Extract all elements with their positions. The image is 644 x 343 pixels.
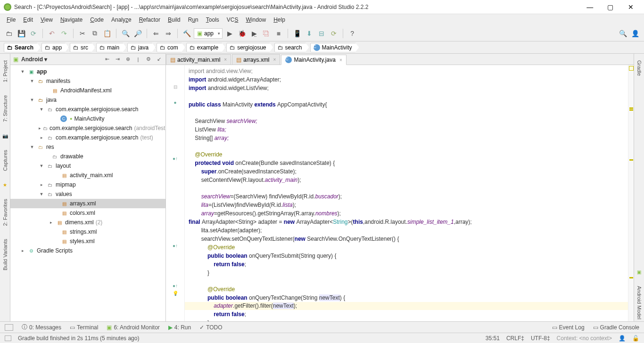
tab-favorites[interactable]: 2: Favorites [1, 197, 9, 228]
debug-icon[interactable]: 🐞 [237, 28, 247, 39]
run-icon[interactable]: ▶ [224, 28, 235, 39]
open-icon[interactable]: 🗀 [4, 28, 14, 39]
tree-res[interactable]: ▼🗀res [10, 142, 165, 152]
sync-icon[interactable]: ⟳ [28, 28, 39, 39]
attach-icon[interactable]: ⿻ [261, 28, 272, 39]
collapse-icon[interactable]: ⇤ [103, 56, 111, 63]
menu-run[interactable]: Run [184, 16, 202, 24]
tab-android-monitor[interactable]: ▣ 6: Android Monitor [107, 324, 159, 331]
crumb-app[interactable]: 🗀 app [41, 43, 69, 52]
menu-build[interactable]: Build [164, 16, 184, 24]
forward-icon[interactable]: ⇒ [163, 28, 173, 39]
project-view-selector[interactable]: Android ▾ [21, 56, 47, 63]
gradle-sync-icon[interactable]: ⟳ [329, 28, 339, 39]
status-line-ending[interactable]: CRLF‡ [506, 335, 524, 342]
menu-help[interactable]: Help [270, 16, 289, 24]
tree-pkg-test[interactable]: ▸🗀com.example.sergiojosue.search(test) [10, 133, 165, 142]
sdk-icon[interactable]: ⬇ [304, 28, 314, 39]
crumb-example[interactable]: 🗀 example [186, 43, 225, 52]
tree-styles-xml[interactable]: ▤styles.xml [10, 237, 165, 246]
hide-icon[interactable]: ↙ [155, 56, 163, 63]
redo-icon[interactable]: ↷ [59, 28, 69, 39]
tree-manifests[interactable]: ▼🗀manifests [10, 76, 165, 86]
analysis-status-icon[interactable] [629, 66, 634, 71]
crumb-src[interactable]: 🗀 src [70, 43, 95, 52]
tool-window-icon[interactable] [5, 324, 13, 331]
tab-event-log[interactable]: ▭ Event Log [552, 324, 585, 331]
crumb-main[interactable]: 🗀 main [96, 43, 126, 52]
run-config-selector[interactable]: ▣ app [194, 28, 223, 39]
paste-icon[interactable]: 📋 [102, 28, 112, 39]
tree-mipmap[interactable]: ▸🗀mipmap [10, 180, 165, 189]
tree-strings-xml[interactable]: ▤strings.xml [10, 227, 165, 237]
menu-file[interactable]: File [3, 16, 19, 24]
project-tree[interactable]: ▼▣app ▼🗀manifests ▤AndroidManifest.xml ▼… [10, 65, 165, 321]
tab-android-model[interactable]: Android Model [636, 284, 643, 321]
tree-android-manifest[interactable]: ▤AndroidManifest.xml [10, 86, 165, 95]
tree-app[interactable]: ▼▣app [10, 67, 165, 76]
lock-icon[interactable]: 🔓 [632, 335, 639, 342]
tree-activity-main-xml[interactable]: ▤activity_main.xml [10, 171, 165, 180]
cut-icon[interactable]: ✂ [77, 28, 88, 39]
save-icon[interactable]: 💾 [16, 28, 26, 39]
menu-vcs[interactable]: VCS [223, 16, 242, 24]
close-tab-icon[interactable]: × [339, 57, 342, 63]
tree-drawable[interactable]: 🗀drawable [10, 152, 165, 161]
coverage-icon[interactable]: ▶̤ [249, 28, 259, 39]
status-context[interactable]: Context: <no context> [557, 335, 612, 342]
tree-arrays-xml[interactable]: ▤arrays.xml [10, 199, 165, 208]
minimize-button[interactable]: — [580, 3, 599, 11]
gutter[interactable]: ⊟ ● ●↑ ●↑ ●↑ 💡 [166, 65, 185, 321]
avd-icon[interactable]: 📱 [292, 28, 302, 39]
make-icon[interactable]: 🔨 [182, 28, 192, 39]
tree-layout[interactable]: ▼🗀layout [10, 161, 165, 171]
status-icon[interactable] [5, 335, 11, 341]
status-position[interactable]: 35:51 [486, 335, 500, 342]
close-tab-icon[interactable]: × [224, 57, 227, 62]
tab-main-activity[interactable]: CMainActivity.java× [281, 55, 346, 65]
undo-icon[interactable]: ↶ [47, 28, 57, 39]
tree-main-activity[interactable]: C●MainActivity [10, 114, 165, 123]
crumb-com[interactable]: 🗀 com [157, 43, 185, 52]
tab-todo[interactable]: ✓ TODO [199, 324, 222, 331]
menu-view[interactable]: View [37, 16, 57, 24]
user-icon[interactable]: 👤 [630, 28, 640, 39]
crumb-mainactivity[interactable]: C MainActivity [310, 43, 359, 52]
tab-project[interactable]: 1: Project [1, 58, 9, 84]
menu-analyze[interactable]: Analyze [107, 16, 135, 24]
search-everywhere-icon[interactable]: 🔍 [618, 28, 628, 39]
menu-window[interactable]: Window [242, 16, 270, 24]
tab-structure[interactable]: 7: Structure [1, 93, 9, 124]
tab-arrays[interactable]: ▤arrays.xml× [232, 54, 280, 65]
stop-icon[interactable]: ■ [273, 28, 284, 39]
expand-icon[interactable]: ⇥ [114, 56, 121, 63]
menu-tools[interactable]: Tools [202, 16, 223, 24]
back-icon[interactable]: ⇐ [151, 28, 161, 39]
tab-build-variants[interactable]: Build Variants [1, 237, 9, 272]
code-editor[interactable]: import android.view.View; import android… [185, 65, 628, 321]
menu-navigate[interactable]: Navigate [57, 16, 86, 24]
replace-icon[interactable]: 🔎 [132, 28, 143, 39]
tree-gradle-scripts[interactable]: ▸⚙Gradle Scripts [10, 246, 165, 255]
status-encoding[interactable]: UTF-8‡ [531, 335, 550, 342]
tab-run[interactable]: ▶ 4: Run [168, 324, 191, 331]
help-icon[interactable]: ? [347, 28, 357, 39]
tab-gradle[interactable]: Gradle [636, 58, 643, 78]
tree-pkg-androidtest[interactable]: ▸🗀com.example.sergiojosue.search(android… [10, 123, 165, 133]
marker-bar[interactable] [628, 65, 634, 321]
close-button[interactable]: ✕ [621, 3, 640, 11]
tab-messages[interactable]: ⓘ 0: Messages [22, 323, 61, 331]
crumb-sergio[interactable]: 🗀 sergiojosue [226, 43, 273, 52]
tree-colors-xml[interactable]: ▤colors.xml [10, 208, 165, 218]
tab-activity-main[interactable]: ▤activity_main.xml× [166, 54, 231, 65]
tree-java[interactable]: ▼🗀java [10, 95, 165, 105]
crumb-search[interactable]: 🗀 search [274, 43, 309, 52]
struct-icon[interactable]: ⊟ [316, 28, 327, 39]
tab-gradle-console[interactable]: ▭ Gradle Console [593, 324, 639, 331]
menu-code[interactable]: Code [86, 16, 107, 24]
find-icon[interactable]: 🔍 [120, 28, 131, 39]
menu-refactor[interactable]: Refactor [135, 16, 164, 24]
menu-edit[interactable]: Edit [19, 16, 37, 24]
crumb-java[interactable]: 🗀 java [127, 43, 156, 52]
gear-icon[interactable]: ⚙ [145, 56, 152, 63]
